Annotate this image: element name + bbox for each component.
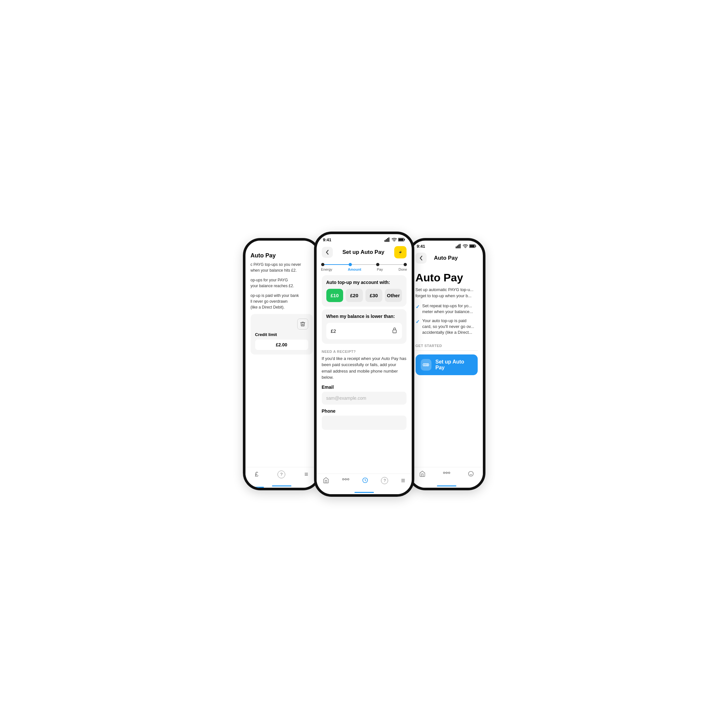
step-dot-done [404, 263, 407, 266]
receipt-text: If you'd like a receipt when your Auto P… [322, 355, 407, 381]
setup-autopay-button[interactable]: Set up Auto Pay [416, 355, 478, 375]
left-phone: Auto Pay c PAYG top-ups so you neverwhen… [243, 238, 321, 490]
autopay-title: Auto Pay [410, 266, 483, 286]
signal-icon [385, 237, 390, 242]
setup-btn-label: Set up Auto Pay [435, 359, 472, 371]
time-right: 9:41 [417, 244, 425, 249]
step-label-pay: Pay [377, 268, 383, 271]
check-text-2: Your auto top-up is paidcard, so you'll … [422, 318, 474, 336]
check-item-2: ✓ Your auto top-up is paidcard, so you'l… [416, 318, 478, 336]
check-mark-1: ✓ [416, 303, 420, 310]
topup-title: Auto top-up my account with: [326, 280, 402, 285]
nav-payment-center[interactable] [362, 477, 369, 483]
svg-rect-7 [404, 239, 405, 240]
svg-marker-8 [399, 249, 402, 255]
step-line-3 [379, 264, 404, 265]
svg-rect-6 [398, 239, 403, 241]
left-body3: op-up is paid with your bankll never go … [251, 293, 313, 310]
battery-icon-right [469, 244, 476, 248]
step-label-energy: Energy [321, 268, 332, 271]
credit-limit-label: Credit limit [255, 332, 277, 337]
svg-rect-23 [476, 245, 476, 247]
nav-payment-right[interactable] [468, 471, 474, 477]
right-header: Auto Pay [410, 250, 483, 266]
left-body1: c PAYG top-ups so you neverwhen your bal… [251, 262, 313, 273]
infinity-icon [421, 359, 432, 371]
svg-point-4 [394, 241, 395, 242]
credit-limit-value: £2.00 [255, 340, 308, 350]
balance-card: When my balance is lower than: £2 [322, 309, 407, 344]
nav-payment-icon[interactable]: £ [255, 471, 258, 478]
balance-input-row: £2 [326, 323, 402, 339]
amount-other[interactable]: Other [385, 289, 402, 302]
svg-rect-1 [386, 239, 387, 242]
phone-label: Phone [322, 408, 407, 414]
center-phone: 9:41 [314, 232, 414, 497]
nav-home-right[interactable] [419, 471, 426, 477]
email-label: Email [322, 385, 407, 390]
amount-30[interactable]: £30 [366, 289, 382, 302]
nav-home-center[interactable] [323, 477, 329, 483]
nav-menu-icon[interactable]: ≡ [304, 471, 308, 478]
receipt-section: NEED A RECEIPT? If you'd like a receipt … [317, 346, 412, 435]
svg-rect-18 [458, 245, 459, 248]
balance-title: When my balance is lower than: [326, 314, 402, 319]
receipt-label: NEED A RECEIPT? [322, 350, 407, 353]
check-text-1: Set repeat top-ups for yo...meter when y… [422, 303, 473, 315]
status-icons-center [385, 237, 405, 242]
phone-input[interactable] [322, 416, 407, 430]
svg-rect-22 [470, 245, 474, 248]
back-button-center[interactable] [322, 247, 333, 258]
email-input[interactable]: sam@example.com [322, 392, 407, 405]
step-dot-amount [349, 263, 352, 266]
nav-usage-right[interactable] [443, 471, 450, 475]
amount-10[interactable]: £10 [326, 289, 343, 302]
svg-rect-2 [387, 238, 388, 242]
center-header-title: Set up Auto Pay [333, 249, 394, 255]
wifi-icon [392, 238, 397, 242]
wifi-icon-right [463, 244, 468, 248]
step-label-amount: Amount [348, 268, 361, 271]
svg-rect-19 [460, 244, 460, 248]
center-header: Set up Auto Pay [317, 243, 412, 261]
center-scroll: Auto top-up my account with: £10 £20 £30… [317, 273, 412, 468]
step-line-2 [352, 264, 376, 265]
svg-point-20 [465, 248, 466, 248]
left-body2: op-ups for your PAYGyour balance reaches… [251, 277, 313, 289]
back-button-right[interactable] [416, 252, 427, 264]
left-bottom-nav: £ ? ≡ [245, 467, 318, 488]
step-dot-energy [321, 263, 324, 266]
lightning-button[interactable] [394, 246, 407, 258]
svg-point-29 [468, 471, 473, 476]
nav-help-icon[interactable]: ? [277, 471, 285, 478]
check-item-1: ✓ Set repeat top-ups for yo...meter when… [416, 303, 478, 315]
status-bar-right: 9:41 [410, 241, 483, 250]
right-header-title: Auto Pay [427, 255, 465, 261]
time-center: 9:41 [323, 237, 332, 242]
signal-icon-right [456, 244, 462, 248]
check-list: ✓ Set repeat top-ups for yo...meter when… [410, 303, 483, 344]
get-started-label: GET STARTED [410, 344, 483, 350]
balance-value: £2 [331, 328, 336, 334]
step-dot-pay [376, 263, 379, 266]
left-title: Auto Pay [251, 250, 313, 259]
battery-icon [398, 238, 405, 242]
check-mark-2: ✓ [416, 318, 420, 325]
right-content: Auto Pay Set up automatic PAYG top-u...f… [410, 266, 483, 490]
step-line-1 [324, 264, 349, 265]
center-bottom-nav: ? ≡ [317, 474, 412, 494]
svg-rect-16 [456, 246, 457, 248]
amount-20[interactable]: £20 [346, 289, 363, 302]
lock-icon [392, 327, 398, 335]
amount-options: £10 £20 £30 Other [326, 289, 402, 302]
nav-usage-center[interactable] [342, 477, 349, 482]
status-icons-right [456, 244, 476, 248]
nav-menu-center[interactable]: ≡ [401, 477, 405, 484]
right-bottom-nav [410, 467, 483, 488]
credit-section: Credit limit £2.00 [251, 314, 313, 355]
svg-rect-3 [388, 237, 389, 242]
svg-rect-9 [393, 330, 396, 333]
nav-help-center[interactable]: ? [381, 477, 388, 484]
topup-card: Auto top-up my account with: £10 £20 £30… [322, 275, 407, 307]
delete-icon[interactable] [297, 318, 308, 330]
